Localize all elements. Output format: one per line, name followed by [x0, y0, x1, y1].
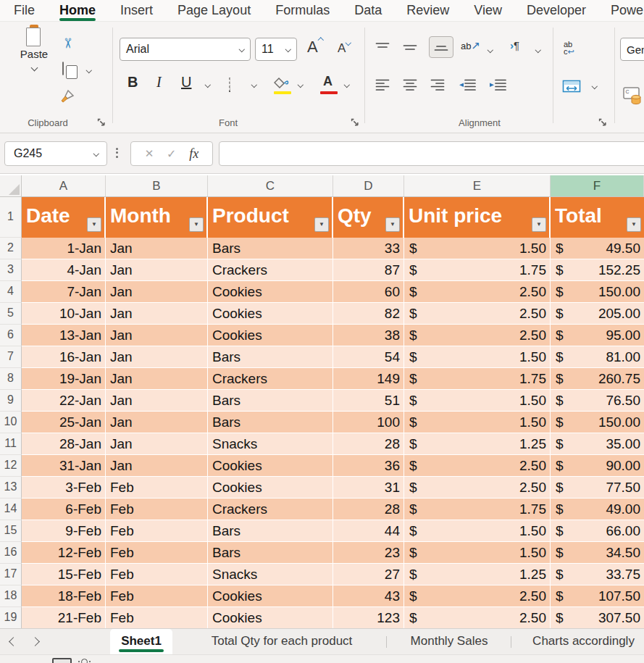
merge-center-chevron-icon[interactable]: [592, 83, 598, 89]
sheet-tab-monthly-sales[interactable]: Monthly Sales: [395, 629, 503, 654]
ribbon-tab-developer[interactable]: Developer: [514, 0, 598, 21]
ribbon-tab-review[interactable]: Review: [394, 0, 461, 21]
row-header-17[interactable]: 17: [0, 564, 22, 585]
ribbon-tab-insert[interactable]: Insert: [108, 0, 165, 21]
ribbon-tab-file[interactable]: File: [1, 0, 47, 21]
row-header-8[interactable]: 8: [0, 368, 22, 390]
filter-button-product[interactable]: ▼: [314, 217, 329, 232]
cell-date[interactable]: 3-Feb: [22, 477, 106, 499]
font-dialog-launcher-icon[interactable]: [351, 118, 359, 127]
cell-product[interactable]: Bars: [208, 390, 333, 412]
row-header-2[interactable]: 2: [0, 238, 22, 259]
cell-qty[interactable]: 123: [333, 607, 404, 628]
row-header-13[interactable]: 13: [0, 477, 22, 499]
cell-total[interactable]: $107.50: [551, 585, 644, 607]
merge-center-button[interactable]: [562, 80, 581, 93]
cell-month[interactable]: Feb: [106, 607, 208, 628]
ribbon-tab-data[interactable]: Data: [342, 0, 394, 21]
paste-button[interactable]: Paste: [16, 29, 52, 73]
cell-date[interactable]: 6-Feb: [22, 499, 106, 520]
font-color-chevron-icon[interactable]: [344, 82, 350, 88]
sheet-tab-total-qty-for-each-product[interactable]: Total Qty for each product: [180, 629, 384, 654]
cell-total[interactable]: $35.00: [551, 433, 644, 455]
cell-qty[interactable]: 28: [333, 433, 404, 455]
cell-month[interactable]: Jan: [106, 303, 208, 325]
cell-product[interactable]: Crackers: [208, 259, 333, 281]
ribbon-tab-view[interactable]: View: [461, 0, 514, 21]
cell-total[interactable]: $150.00: [551, 412, 644, 433]
font-name-combobox[interactable]: Arial: [120, 38, 251, 61]
row-header-4[interactable]: 4: [0, 281, 22, 303]
shrink-font-button[interactable]: A: [338, 41, 351, 56]
column-header-C[interactable]: C: [208, 175, 333, 197]
cell-unit_price[interactable]: $1.25: [404, 433, 551, 455]
cell-month[interactable]: Jan: [106, 455, 208, 477]
cell-unit_price[interactable]: $2.50: [404, 455, 551, 477]
row-header-9[interactable]: 9: [0, 390, 22, 412]
cell-date[interactable]: 18-Feb: [22, 585, 106, 607]
cell-product[interactable]: Cookies: [208, 477, 333, 499]
italic-button[interactable]: I: [156, 74, 162, 91]
formula-input[interactable]: [219, 141, 644, 166]
cell-total[interactable]: $81.00: [551, 346, 644, 368]
fill-color-chevron-icon[interactable]: [298, 82, 304, 88]
ribbon-tab-page-layout[interactable]: Page Layout: [165, 0, 263, 21]
table-header-total[interactable]: Total▼: [551, 197, 644, 238]
row-header-3[interactable]: 3: [0, 259, 22, 281]
cell-month[interactable]: Jan: [106, 325, 208, 346]
cell-total[interactable]: $66.00: [551, 520, 644, 542]
cell-qty[interactable]: 51: [333, 390, 404, 412]
cell-date[interactable]: 7-Jan: [22, 281, 106, 303]
underline-chevron-icon[interactable]: [205, 82, 211, 88]
cell-qty[interactable]: 28: [333, 499, 404, 520]
ribbon-tab-formulas[interactable]: Formulas: [263, 0, 342, 21]
copy-icon[interactable]: [62, 62, 64, 75]
row-header-12[interactable]: 12: [0, 455, 22, 477]
cell-unit_price[interactable]: $2.50: [404, 303, 551, 325]
increase-indent-button[interactable]: [488, 78, 507, 91]
format-painter-icon[interactable]: [59, 88, 75, 104]
cell-date[interactable]: 25-Jan: [22, 412, 106, 433]
alignment-dialog-launcher-icon[interactable]: [598, 118, 607, 127]
column-header-B[interactable]: B: [106, 175, 208, 197]
filter-button-date[interactable]: ▼: [87, 217, 101, 232]
align-left-button[interactable]: [375, 78, 390, 91]
cell-qty[interactable]: 31: [333, 477, 404, 499]
orientation-button[interactable]: ab↗: [461, 39, 480, 52]
cell-total[interactable]: $49.50: [551, 238, 644, 259]
text-direction-chevron-icon[interactable]: [535, 47, 541, 53]
cell-total[interactable]: $152.25: [551, 259, 644, 281]
cell-unit_price[interactable]: $1.25: [404, 564, 551, 585]
cell-product[interactable]: Bars: [208, 542, 333, 564]
row-header-10[interactable]: 10: [0, 412, 22, 433]
row-header-6[interactable]: 6: [0, 325, 22, 346]
cell-month[interactable]: Jan: [106, 433, 208, 455]
cell-date[interactable]: 4-Jan: [22, 259, 106, 281]
cell-unit_price[interactable]: $1.75: [404, 499, 551, 520]
align-middle-button[interactable]: [403, 41, 417, 54]
cell-qty[interactable]: 36: [333, 455, 404, 477]
ribbon-tab-home[interactable]: Home: [47, 0, 108, 21]
cell-unit_price[interactable]: $2.50: [404, 477, 551, 499]
next-sheet-arrow-icon[interactable]: [30, 637, 40, 646]
copy-dropdown-chevron-icon[interactable]: [86, 67, 92, 73]
cell-date[interactable]: 10-Jan: [22, 303, 106, 325]
cancel-icon[interactable]: ✕: [145, 147, 154, 160]
cell-date[interactable]: 13-Jan: [22, 325, 106, 346]
cell-date[interactable]: 22-Jan: [22, 390, 106, 412]
grow-font-button[interactable]: A: [307, 38, 322, 57]
cell-total[interactable]: $90.00: [551, 455, 644, 477]
bold-button[interactable]: B: [127, 74, 138, 91]
cell-total[interactable]: $49.00: [551, 499, 644, 520]
name-box[interactable]: G245: [4, 141, 107, 166]
table-header-unit-price[interactable]: Unit price▼: [404, 197, 551, 238]
filter-button-month[interactable]: ▼: [189, 217, 204, 232]
column-header-F[interactable]: F: [551, 175, 644, 197]
row-header-18[interactable]: 18: [0, 585, 22, 607]
cell-month[interactable]: Jan: [106, 368, 208, 390]
previous-sheet-arrow-icon[interactable]: [9, 637, 18, 646]
cell-date[interactable]: 21-Feb: [22, 607, 106, 628]
cell-total[interactable]: $76.50: [551, 390, 644, 412]
cell-total[interactable]: $307.50: [551, 607, 644, 628]
font-name-chevron-icon[interactable]: [238, 46, 244, 52]
